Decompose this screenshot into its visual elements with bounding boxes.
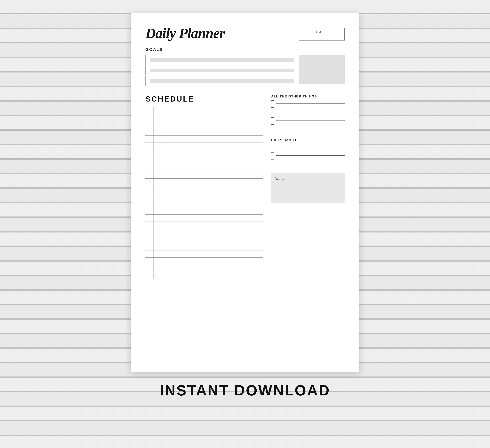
schedule-time1 bbox=[145, 186, 154, 193]
schedule-time2 bbox=[154, 243, 162, 250]
schedule-time1 bbox=[145, 171, 154, 179]
goal-bar bbox=[150, 69, 294, 72]
planner-card: Daily Planner DATE GOALS bbox=[131, 13, 359, 372]
schedule-time2 bbox=[154, 107, 162, 114]
schedule-time2 bbox=[154, 164, 162, 171]
notes-label: Notes bbox=[274, 176, 341, 181]
schedule-row bbox=[145, 236, 263, 243]
checklist-line bbox=[276, 121, 345, 125]
instant-download-text: INSTANT DOWNLOAD bbox=[160, 382, 330, 399]
goal-tick bbox=[145, 76, 148, 86]
schedule-event bbox=[162, 121, 263, 128]
checkbox[interactable] bbox=[271, 161, 274, 164]
schedule-time1 bbox=[145, 250, 154, 258]
goal-bar bbox=[150, 79, 294, 83]
checkbox[interactable] bbox=[271, 148, 274, 151]
schedule-event bbox=[162, 186, 263, 193]
checklist-line bbox=[276, 109, 345, 112]
checklist-item bbox=[271, 117, 345, 121]
goal-tick bbox=[145, 55, 148, 65]
daily-habits-section: DAILY HABITS bbox=[271, 138, 345, 168]
schedule-row bbox=[145, 207, 263, 214]
checkbox[interactable] bbox=[271, 113, 274, 116]
checklist-line bbox=[276, 165, 345, 168]
schedule-event bbox=[162, 272, 263, 279]
schedule-row bbox=[145, 243, 263, 250]
schedule-event bbox=[162, 107, 263, 114]
schedule-time1 bbox=[145, 200, 154, 207]
schedule-time2 bbox=[154, 171, 162, 179]
daily-habits-checklist bbox=[271, 144, 345, 168]
checkbox[interactable] bbox=[271, 165, 274, 168]
schedule-time2 bbox=[154, 265, 162, 272]
date-label: DATE bbox=[302, 30, 341, 34]
checklist-item bbox=[271, 130, 345, 133]
checklist-item bbox=[271, 156, 345, 160]
other-things-checklist bbox=[271, 100, 345, 133]
schedule-time2 bbox=[154, 229, 162, 236]
checkbox[interactable] bbox=[271, 100, 274, 103]
schedule-row bbox=[145, 186, 263, 193]
schedule-time1 bbox=[145, 128, 154, 135]
checklist-line bbox=[276, 144, 345, 147]
schedule-time2 bbox=[154, 143, 162, 150]
schedule-time1 bbox=[145, 135, 154, 143]
goals-row bbox=[145, 55, 345, 86]
schedule-time1 bbox=[145, 229, 154, 236]
schedule-time1 bbox=[145, 143, 154, 150]
schedule-row bbox=[145, 200, 263, 207]
checklist-line bbox=[276, 130, 345, 133]
schedule-event bbox=[162, 114, 263, 121]
schedule-event bbox=[162, 179, 263, 186]
schedule-row bbox=[145, 143, 263, 150]
checklist-item bbox=[271, 148, 345, 151]
schedule-row bbox=[145, 229, 263, 236]
schedule-time1 bbox=[145, 114, 154, 121]
schedule-event bbox=[162, 222, 263, 229]
schedule-time2 bbox=[154, 135, 162, 143]
schedule-column: SCHEDULE bbox=[145, 95, 263, 279]
checkbox[interactable] bbox=[271, 126, 274, 129]
checkbox[interactable] bbox=[271, 122, 274, 125]
schedule-row bbox=[145, 157, 263, 164]
checklist-item bbox=[271, 152, 345, 155]
checklist-item bbox=[271, 165, 345, 168]
checkbox[interactable] bbox=[271, 117, 274, 120]
schedule-time2 bbox=[154, 179, 162, 186]
goal-item-2 bbox=[145, 65, 294, 75]
other-things-section: ALL THE OTHER THINGS bbox=[271, 95, 345, 133]
schedule-time2 bbox=[154, 272, 162, 279]
date-box: DATE bbox=[299, 28, 345, 41]
header-row: Daily Planner DATE bbox=[145, 26, 345, 41]
schedule-event bbox=[162, 214, 263, 222]
schedule-event bbox=[162, 164, 263, 171]
checkbox[interactable] bbox=[271, 130, 274, 133]
schedule-time1 bbox=[145, 222, 154, 229]
checkbox[interactable] bbox=[271, 157, 274, 160]
checklist-item bbox=[271, 144, 345, 147]
schedule-row bbox=[145, 179, 263, 186]
checkbox[interactable] bbox=[271, 109, 274, 112]
checklist-line bbox=[276, 126, 345, 129]
schedule-row bbox=[145, 128, 263, 135]
schedule-time1 bbox=[145, 265, 154, 272]
schedule-event bbox=[162, 250, 263, 258]
schedule-event bbox=[162, 236, 263, 243]
checkbox[interactable] bbox=[271, 144, 274, 147]
schedule-time2 bbox=[154, 121, 162, 128]
schedule-event bbox=[162, 243, 263, 250]
schedule-row bbox=[145, 107, 263, 114]
schedule-time1 bbox=[145, 164, 154, 171]
schedule-event bbox=[162, 193, 263, 200]
schedule-heading: SCHEDULE bbox=[145, 95, 263, 103]
schedule-time1 bbox=[145, 121, 154, 128]
daily-habits-label: DAILY HABITS bbox=[271, 138, 345, 142]
checkbox[interactable] bbox=[271, 105, 274, 108]
schedule-time2 bbox=[154, 157, 162, 164]
schedule-time2 bbox=[154, 214, 162, 222]
goals-image bbox=[299, 55, 345, 84]
checkbox[interactable] bbox=[271, 153, 274, 155]
checklist-line bbox=[276, 152, 345, 155]
checklist-line bbox=[276, 161, 345, 164]
schedule-time2 bbox=[154, 193, 162, 200]
